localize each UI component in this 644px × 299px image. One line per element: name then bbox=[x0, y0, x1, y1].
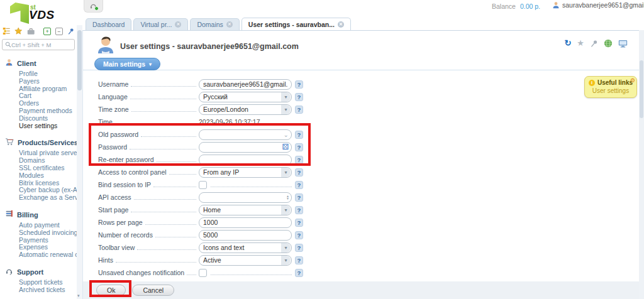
gear-icon[interactable]: ⚙ bbox=[630, 77, 635, 84]
globe-icon[interactable] bbox=[604, 39, 613, 48]
cancel-button[interactable]: Cancel bbox=[132, 285, 174, 296]
expand-all-button[interactable]: + bbox=[43, 28, 51, 35]
sidebar-search[interactable] bbox=[2, 39, 75, 50]
sidebar-heading-products-services[interactable]: Products/Services bbox=[0, 138, 77, 148]
tab-user-settings-sauravban[interactable]: User settings - sauravban...✕ bbox=[242, 18, 351, 30]
input-api-access[interactable]: ▲▼ bbox=[199, 192, 292, 203]
firstvds-logo[interactable]: st VDS bbox=[10, 3, 75, 28]
help-icon[interactable]: ? bbox=[295, 231, 303, 239]
tree-view-icon[interactable] bbox=[3, 27, 10, 35]
top-bar: st VDS Balance 0.00 р. sauravbanerjee965… bbox=[0, 0, 644, 15]
sidebar-item-auto-payment[interactable]: Auto payment bbox=[0, 222, 77, 229]
help-icon[interactable]: ? bbox=[295, 244, 303, 252]
dice-icon[interactable]: ⚄ bbox=[282, 143, 289, 151]
balance-value[interactable]: 0.00 р. bbox=[520, 3, 540, 10]
chevron-down-icon[interactable]: ▾ bbox=[281, 243, 291, 253]
help-icon[interactable]: ? bbox=[295, 181, 303, 189]
help-icon[interactable]: ? bbox=[295, 106, 303, 114]
chevron-down-icon[interactable]: ▾ bbox=[281, 92, 291, 102]
sidebar-item-ssl-certificates[interactable]: SSL certificates bbox=[0, 165, 77, 172]
collapse-all-button[interactable]: − bbox=[55, 28, 63, 35]
stepper-arrows-icon[interactable]: ▲▼ bbox=[286, 195, 289, 200]
input-rows-per-page[interactable]: 1000 bbox=[199, 217, 292, 228]
help-icon[interactable]: ? bbox=[295, 143, 303, 151]
select-language[interactable]: Русский▾ bbox=[199, 92, 292, 102]
main-settings-tab[interactable]: Main settings ▾ bbox=[94, 58, 160, 70]
star-icon[interactable]: ★ bbox=[577, 39, 584, 48]
help-icon[interactable]: ? bbox=[295, 269, 303, 277]
chevron-down-icon[interactable]: ▾ bbox=[281, 205, 291, 215]
chevron-down-icon[interactable]: ⌄ bbox=[284, 131, 289, 138]
checkbox-bind-session-to-ip[interactable] bbox=[199, 181, 207, 189]
dotted-leader bbox=[131, 111, 196, 112]
sidebar-item-support-tickets[interactable]: Support tickets bbox=[0, 279, 77, 286]
user-menu[interactable]: sauravbanerjee9651@gmail.com ▾ bbox=[552, 1, 644, 9]
sidebar-heading-label: Client bbox=[17, 59, 36, 68]
help-icon[interactable]: ? bbox=[295, 193, 303, 202]
sidebar-heading-support[interactable]: Support bbox=[0, 267, 77, 277]
scroll-down-arrow-icon[interactable]: ▾ bbox=[77, 293, 80, 298]
select-start-page[interactable]: Home▾ bbox=[199, 205, 292, 215]
input-password[interactable]: ⚄ bbox=[199, 142, 292, 153]
sidebar-item-payment-methods[interactable]: Payment methods bbox=[0, 107, 77, 115]
sidebar-item-payers[interactable]: Payers bbox=[0, 78, 77, 85]
help-icon[interactable]: ? bbox=[295, 156, 303, 164]
tab-domains[interactable]: Domains✕ bbox=[190, 18, 239, 30]
pin-icon[interactable] bbox=[590, 40, 598, 48]
select-access-to-control-panel[interactable]: From any IP▾ bbox=[199, 167, 292, 178]
tab-label: Domains bbox=[197, 21, 223, 28]
monitor-icon[interactable] bbox=[618, 40, 628, 48]
sidebar-item-discounts[interactable]: Discounts bbox=[0, 115, 77, 122]
sidebar-item-scheduled-invoicing[interactable]: Scheduled invoicing bbox=[0, 229, 77, 237]
pin-icon[interactable] bbox=[67, 28, 75, 35]
sidebar-item-affiliate-program[interactable]: Affiliate program bbox=[0, 85, 77, 93]
tab-dashboard[interactable]: Dashboard bbox=[86, 18, 131, 30]
favorites-star-icon[interactable] bbox=[14, 27, 22, 35]
help-icon[interactable]: ? bbox=[295, 131, 303, 139]
ok-button[interactable]: Ok bbox=[96, 285, 126, 296]
field-value: Active bbox=[203, 256, 281, 264]
help-icon[interactable]: ? bbox=[295, 80, 303, 89]
useful-link-user-settings[interactable]: User settings bbox=[587, 87, 634, 94]
sidebar-heading-billing[interactable]: Billing bbox=[0, 210, 77, 220]
sidebar-item-user-settings[interactable]: User settings bbox=[0, 122, 77, 130]
sidebar-item-modules[interactable]: Modules bbox=[0, 172, 77, 180]
close-icon[interactable]: ✕ bbox=[338, 21, 344, 28]
field-label-re-enter-password: Re-enter password bbox=[98, 156, 154, 163]
chevron-down-icon[interactable]: ▾ bbox=[281, 168, 291, 177]
content-scrollbar[interactable] bbox=[639, 30, 644, 299]
chevron-down-icon[interactable]: ▾ bbox=[281, 105, 291, 114]
input-re-enter-password[interactable] bbox=[199, 155, 292, 165]
dotted-leader bbox=[211, 275, 292, 275]
help-icon[interactable]: ? bbox=[295, 168, 303, 177]
briefcase-icon[interactable] bbox=[27, 28, 35, 35]
support-headset-button[interactable] bbox=[84, 0, 103, 13]
input-number-of-records[interactable]: 5000 bbox=[199, 230, 292, 241]
field-label-language: Language bbox=[98, 93, 128, 101]
refresh-icon[interactable]: ↻ bbox=[564, 39, 571, 48]
select-toolbar-view[interactable]: Icons and text▾ bbox=[199, 242, 292, 253]
scrollbar-thumb[interactable] bbox=[640, 60, 643, 118]
close-icon[interactable]: ✕ bbox=[226, 21, 233, 28]
search-input[interactable] bbox=[11, 41, 65, 48]
select-time-zone[interactable]: Europe/London▾ bbox=[199, 104, 292, 115]
help-icon[interactable]: ? bbox=[295, 256, 303, 264]
help-icon[interactable]: ? bbox=[295, 93, 303, 101]
scrollbar-thumb[interactable] bbox=[77, 30, 82, 90]
help-icon[interactable]: ? bbox=[295, 206, 303, 214]
input-username[interactable]: sauravbanerjee9651@gmail.com bbox=[199, 79, 292, 90]
sidebar-item-exchange-as-a-service[interactable]: Exchange as a Service bbox=[0, 194, 77, 202]
balance-label: Balance bbox=[492, 3, 516, 10]
checkbox-unsaved-changes-notification[interactable] bbox=[199, 269, 207, 277]
sidebar-item-automatic-renewal-of-s[interactable]: Automatic renewal of s... bbox=[0, 251, 77, 259]
tab-virtual-pr[interactable]: Virtual pr...✕ bbox=[133, 18, 188, 30]
chevron-down-icon[interactable]: ▾ bbox=[281, 256, 291, 265]
select-hints[interactable]: Active▾ bbox=[199, 255, 292, 266]
sidebar-scrollbar[interactable]: ▾ bbox=[77, 25, 82, 299]
close-icon[interactable]: ✕ bbox=[175, 21, 181, 28]
sidebar-heading-client[interactable]: Client bbox=[0, 58, 77, 68]
input-old-password[interactable]: ⌄ bbox=[199, 129, 292, 140]
sidebar-item-archived-tickets[interactable]: Archived tickets bbox=[0, 286, 77, 294]
help-icon[interactable]: ? bbox=[295, 219, 303, 227]
header-action-icons: ↻ ★ bbox=[564, 39, 628, 48]
